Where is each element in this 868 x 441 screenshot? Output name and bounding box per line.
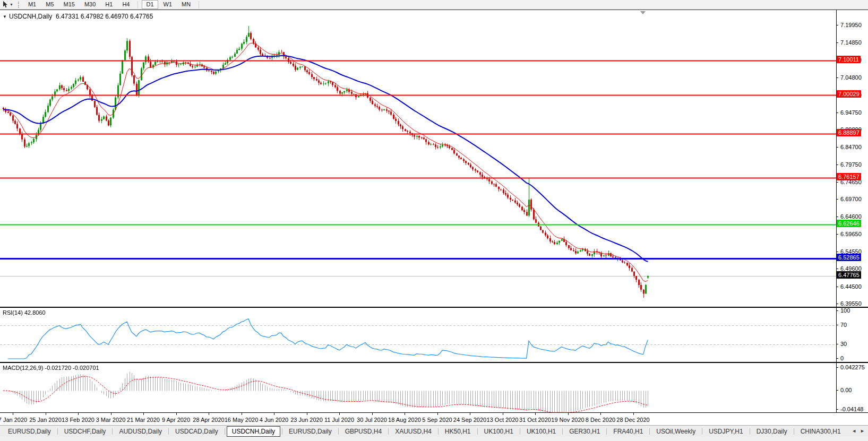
price-axis-label: 6.69700 — [840, 196, 862, 202]
symbol-tab-usdcad-daily[interactable]: USDCAD,Daily — [170, 427, 223, 436]
tab-divider — [649, 428, 650, 435]
timeframe-button-h4[interactable]: H4 — [118, 0, 134, 9]
date-axis-tick — [405, 413, 405, 415]
toolbar-separator — [199, 1, 199, 8]
tab-scroll-right-button[interactable]: ► — [860, 426, 865, 436]
symbol-tab-fra40-h1[interactable]: FRA40,H1 — [608, 427, 648, 436]
rsi-axis-label: 70 — [840, 322, 847, 328]
symbol-tab-hk50-h1[interactable]: HK50,H1 — [440, 427, 476, 436]
price-axis-scale: 7.199507.148507.098507.048006.998006.947… — [836, 0, 868, 441]
price-axis-tick — [836, 304, 838, 304]
tab-divider — [57, 428, 58, 435]
price-chart-canvas[interactable] — [0, 11, 836, 307]
cursor-tool-button[interactable]: ▼ — [0, 1, 14, 9]
date-axis-label: 16 May 2020 — [225, 417, 259, 423]
date-axis-label: 13 Oct 2020 — [487, 417, 519, 423]
symbol-tab-xauusd-h4[interactable]: XAUUSD,H4 — [390, 427, 436, 436]
timeframe-button-d1[interactable]: D1 — [142, 0, 158, 9]
symbol-tab-china300-h1[interactable]: CHINA300,H1 — [796, 427, 846, 436]
symbol-tab-uk100-h1[interactable]: UK100,H1 — [479, 427, 518, 436]
timeframe-button-h1[interactable]: H1 — [101, 0, 117, 9]
timeframe-button-m1[interactable]: M1 — [24, 0, 40, 9]
macd-indicator-label: MACD(12,26,9) -0.021720 -0.020701 — [3, 365, 99, 371]
price-level-label: 7.00029 — [837, 90, 861, 98]
macd-indicator-panel: MACD(12,26,9) -0.021720 -0.020701 — [0, 362, 868, 413]
rsi-axis-tick — [836, 325, 838, 325]
chart-shift-marker[interactable] — [640, 11, 646, 14]
macd-indicator-canvas[interactable] — [0, 364, 836, 413]
symbol-tab-usdjpy-h1[interactable]: USDJPY,H1 — [704, 427, 747, 436]
symbol-tab-eurusd-daily[interactable]: EURUSD,Daily — [3, 427, 56, 436]
date-axis-label: 30 Jul 2020 — [357, 417, 387, 423]
rsi-axis-label: 0 — [840, 355, 844, 361]
window-bottom-strip — [0, 437, 868, 441]
date-axis-label: 28 Apr 2020 — [193, 417, 224, 423]
symbol-tab-eurusd-daily[interactable]: EURUSD,Daily — [284, 427, 337, 436]
toolbar-separator — [137, 1, 138, 8]
date-axis-label: 7 Jan 2020 — [0, 417, 27, 423]
date-axis-label: 23 Jun 2020 — [290, 417, 323, 423]
current-price-label: 6.47765 — [837, 271, 861, 279]
timeframe-button-m5[interactable]: M5 — [41, 0, 58, 9]
tab-divider — [388, 428, 389, 435]
symbol-tab-dj30-daily[interactable]: DJ30,Daily — [752, 427, 792, 436]
price-axis-label: 6.59650 — [840, 231, 862, 237]
date-axis-tick — [209, 413, 209, 415]
toolbar-grip — [18, 2, 20, 8]
price-axis-tick — [836, 287, 838, 287]
symbol-tab-gbpusd-h4[interactable]: GBPUSD,H4 — [340, 427, 386, 436]
date-axis-label: 11 Jul 2020 — [324, 417, 354, 423]
macd-axis-tick — [836, 367, 838, 368]
symbol-tab-uk100-h1[interactable]: UK100,H1 — [522, 427, 561, 436]
timeframe-button-m30[interactable]: M30 — [80, 0, 100, 9]
symbol-tab-usoil-weekly[interactable]: USOil,Weekly — [651, 427, 700, 436]
date-axis-tick — [274, 413, 274, 415]
timeframe-button-w1[interactable]: W1 — [159, 0, 177, 9]
timeframe-button-m15[interactable]: M15 — [59, 0, 79, 9]
price-axis-tick — [836, 269, 838, 269]
symbol-tab-ger30-h1[interactable]: GER30,H1 — [564, 427, 605, 436]
date-axis-tick — [437, 413, 438, 415]
date-axis-tick — [633, 413, 634, 415]
timeframe-button-group: M1M5M15M30H1H4D1W1MN — [23, 0, 202, 9]
price-axis-tick — [836, 147, 838, 148]
date-axis-tick — [307, 413, 307, 415]
chart-ohlc-values: 6.47331 6.47982 6.46970 6.47765 — [56, 13, 153, 20]
macd-axis-tick — [836, 390, 838, 391]
dropdown-caret-icon[interactable]: ▼ — [10, 3, 13, 6]
tab-divider — [606, 428, 607, 435]
date-axis-label: 31 Oct 2020 — [519, 417, 551, 423]
date-axis-tick — [339, 413, 340, 415]
date-axis-label: 3 Mar 2020 — [96, 417, 126, 423]
symbol-tab-usdcnh-daily[interactable]: USDCNH,Daily — [227, 426, 280, 437]
symbol-tab-usdchf-daily[interactable]: USDCHF,Daily — [59, 427, 111, 436]
price-axis-label: 7.14850 — [840, 39, 862, 46]
rsi-axis-label: 30 — [840, 341, 847, 347]
tab-scroll-left-button[interactable]: ◄ — [852, 426, 856, 436]
date-axis-tick — [176, 413, 177, 415]
date-axis-tick — [568, 413, 569, 415]
date-axis-label: 28 Dec 2020 — [616, 417, 649, 423]
price-axis-label: 6.44500 — [840, 283, 862, 290]
tab-divider — [438, 428, 439, 435]
macd-axis-label: 0.042275 — [840, 364, 865, 370]
rsi-indicator-canvas[interactable] — [0, 308, 836, 362]
price-axis-tick — [836, 165, 838, 165]
date-axis-tick — [143, 413, 144, 415]
collapse-arrow-icon[interactable]: ▼ — [3, 14, 7, 19]
tab-divider — [794, 428, 794, 435]
timeframe-button-mn[interactable]: MN — [177, 0, 195, 9]
tab-scroll-buttons: ◄ ► — [847, 426, 868, 436]
price-level-label: 6.76157 — [837, 173, 861, 180]
date-axis-label: 5 Sep 2020 — [422, 417, 452, 423]
date-axis-label: 21 Mar 2020 — [127, 417, 160, 423]
date-axis-tick — [503, 413, 503, 415]
price-axis-label: 7.04800 — [840, 74, 862, 81]
price-axis-label: 6.39550 — [840, 300, 862, 307]
price-axis-tick — [836, 42, 838, 43]
date-axis-label: 24 Sep 2020 — [453, 417, 486, 423]
tab-divider — [520, 428, 520, 435]
symbol-tab-audusd-daily[interactable]: AUDUSD,Daily — [114, 427, 167, 436]
rsi-axis-label: 100 — [840, 307, 850, 314]
chart-symbol-title: USDCNH,Daily — [9, 13, 52, 20]
